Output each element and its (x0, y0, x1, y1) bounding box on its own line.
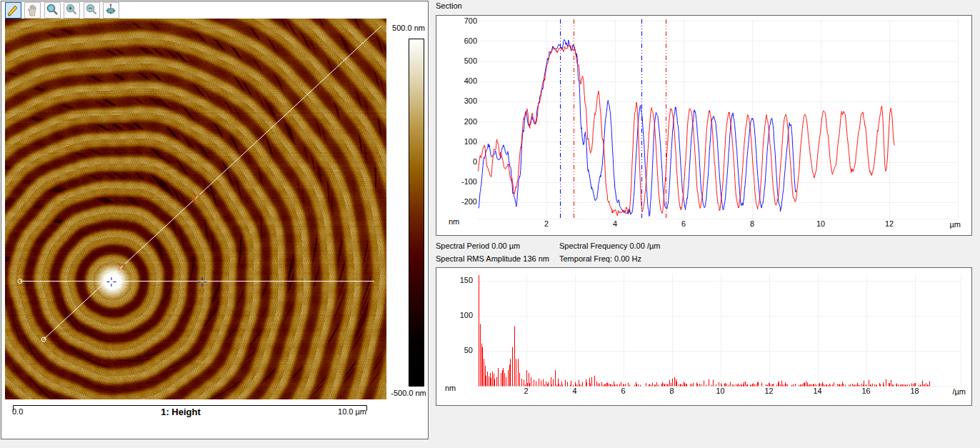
spectrum-x-tick-label: 8 (661, 387, 683, 395)
spectrum-y-unit-label: nm (445, 384, 456, 392)
spectrum-x-unit-label: /µm (923, 387, 966, 396)
section-y-tick-label: 400 (434, 76, 477, 85)
image-x-min-label: 0.0 (12, 407, 23, 416)
colorbar-max-label: 500.0 nm (380, 24, 437, 32)
section-y-tick-label: 600 (434, 36, 477, 45)
section-title: Section (436, 1, 462, 10)
section-x-unit-label: µm (918, 220, 961, 229)
zoom-out-icon (84, 3, 99, 18)
spectrum-x-tick-label: 12 (759, 387, 780, 395)
zoom-in-button[interactable] (64, 2, 80, 19)
zoom-tool-button[interactable] (44, 2, 61, 19)
section-y-unit-label: nm (449, 217, 459, 226)
line-tool-button[interactable] (5, 2, 21, 19)
colorbar-min-label: -500.0 nm (380, 389, 437, 397)
section-x-tick-label: 2 (536, 219, 557, 228)
section-x-tick-label: 4 (604, 219, 626, 228)
section-y-tick-label: -100 (434, 177, 477, 186)
section-y-tick-label: 200 (434, 117, 477, 126)
spectrum-x-tick-label: 4 (564, 387, 586, 395)
spectral-period-label: Spectral Period 0.00 µm (436, 242, 520, 250)
spectral-rms-label: Spectral RMS Amplitude 136 nm (436, 254, 549, 263)
spectrum-y-tick-label: 50 (434, 346, 473, 354)
pan-tool-button[interactable] (24, 2, 41, 19)
spectrum-x-tick-label: 18 (904, 387, 926, 395)
spectrum-y-tick-label: 100 (434, 311, 473, 319)
section-chart-box (436, 15, 972, 236)
navigate-icon (104, 3, 119, 18)
spectrum-x-tick-label: 6 (613, 387, 634, 395)
section-y-tick-label: 700 (434, 16, 477, 25)
image-panel (1, 1, 429, 439)
spectrum-chart-box (436, 267, 972, 406)
zoom-out-button[interactable] (84, 2, 100, 19)
section-y-tick-label: -200 (434, 197, 477, 206)
section-x-tick-label: 8 (741, 219, 763, 228)
spectrum-x-tick-label: 10 (710, 387, 731, 395)
spectrum-y-tick-label: 150 (434, 276, 473, 284)
section-y-tick-label: 100 (434, 137, 477, 146)
section-x-tick-label: 12 (879, 219, 900, 228)
line-tool-icon (6, 3, 21, 18)
spectrum-x-tick-label: 2 (516, 387, 537, 395)
image-x-max-label: 10.0 µm (286, 407, 366, 416)
spectral-frequency-label: Spectral Frequency 0.00 /µm (559, 242, 660, 250)
section-y-tick-label: 500 (434, 56, 477, 65)
image-channel-title: 1: Height (109, 407, 252, 417)
zoom-in-icon (64, 3, 79, 18)
zoom-icon (45, 3, 60, 18)
section-y-tick-label: 300 (434, 96, 477, 105)
temporal-freq-label: Temporal Freq: 0.00 Hz (559, 254, 641, 263)
section-y-tick-label: 0 (434, 157, 477, 166)
section-x-tick-label: 10 (810, 219, 831, 228)
spectrum-x-tick-label: 16 (856, 387, 877, 395)
spectrum-x-tick-label: 14 (807, 387, 829, 395)
pan-hand-icon (25, 3, 40, 18)
section-x-tick-label: 6 (673, 219, 694, 228)
navigate-tool-button[interactable] (103, 2, 119, 19)
